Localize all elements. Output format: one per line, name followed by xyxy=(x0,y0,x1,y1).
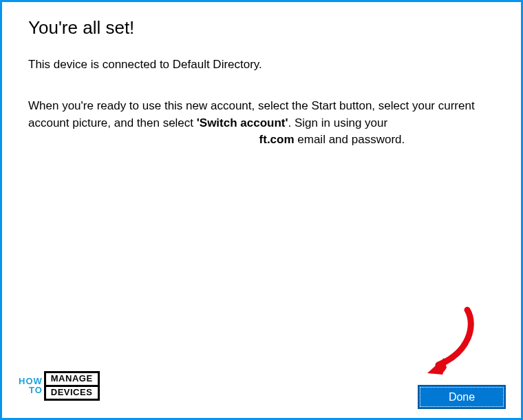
instruction-text: When you're ready to use this new accoun… xyxy=(28,98,495,132)
arrow-annotation-icon xyxy=(418,304,480,380)
instruction-suffix: email and password. xyxy=(295,133,405,146)
done-button[interactable]: Done xyxy=(418,385,506,409)
brand-logo: HOW TO MANAGE DEVICES xyxy=(19,371,100,401)
instruction-email-line: xxxxxx @xxxxxxxxxxxxxxxxx755 xxxxxxxxxxf… xyxy=(28,132,495,149)
instruction-bold: 'Switch account' xyxy=(197,116,288,129)
connection-status-text: This device is connected to Default Dire… xyxy=(28,58,495,72)
logo-left-text: HOW TO xyxy=(19,377,43,395)
instruction-middle: . Sign in using your xyxy=(288,116,388,129)
logo-right-boxes: MANAGE DEVICES xyxy=(44,371,100,401)
page-title: You're all set! xyxy=(28,17,495,39)
email-suffix: ft.com xyxy=(259,133,295,146)
